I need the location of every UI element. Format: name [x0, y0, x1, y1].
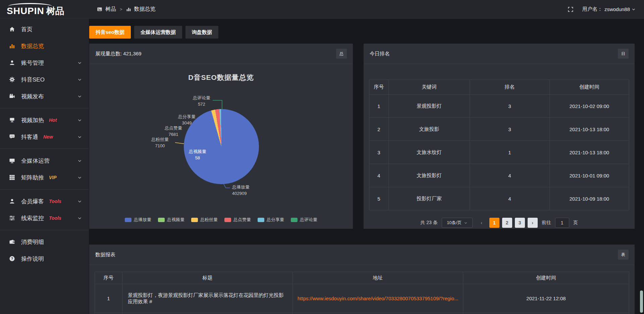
pie-label-likes: 总点赞量7681	[158, 125, 189, 138]
sidebar-item-account[interactable]: 账号管理	[0, 54, 89, 71]
legend-item[interactable]: 总播放量	[125, 217, 151, 223]
table-header-row: 序号关键词 排名创建时间	[369, 80, 629, 95]
total-view-button[interactable]: 总	[336, 49, 347, 59]
tab-media-operation-data[interactable]: 全媒体运营数据	[134, 26, 182, 39]
sidebar-item-label: 视频发布	[21, 93, 44, 100]
breadcrumb-current[interactable]: 数据总览	[134, 6, 156, 13]
app-icon	[97, 7, 102, 12]
sidebar-item-home[interactable]: 首页	[0, 21, 89, 38]
legend-swatch	[125, 218, 131, 222]
video-camera-icon	[9, 93, 16, 99]
tab-inquiry-data[interactable]: 询盘数据	[185, 26, 218, 39]
table-row[interactable]: 1 景观投影灯，夜游景观投影灯厂家展示展示落花灯在花园里的灯光投影应用效果 # …	[95, 284, 629, 313]
seo-chart-panel: 展现量总数: 421,369 总 D音SEO数据量总览 总评论量572 总分享量…	[89, 44, 353, 229]
sidebar-item-label: 账号管理	[21, 59, 44, 67]
table-row[interactable]: 5投影灯厂家 42021-10-09 18:00	[369, 187, 629, 210]
pie-label-plays: 总播放量402909	[232, 184, 269, 197]
breadcrumb-root[interactable]: 树品	[105, 6, 116, 13]
user-name: zswodun88	[604, 6, 630, 12]
legend-item[interactable]: 总分享量	[258, 217, 284, 223]
legend-swatch	[291, 218, 298, 222]
sidebar-item-label: 数据总览	[21, 42, 44, 50]
chevron-down-icon	[78, 119, 82, 122]
user-label: 用户名：	[582, 6, 602, 12]
table-view-button[interactable]: 表	[618, 250, 629, 260]
monitor-icon	[9, 158, 16, 164]
page-button-3[interactable]: 3	[515, 218, 525, 228]
legend-item[interactable]: 总粉丝量	[191, 217, 218, 223]
gear-icon	[9, 76, 16, 83]
sidebar-item-member-baoke[interactable]: 会员爆客 Tools	[0, 193, 89, 210]
sidebar-item-matrix-boost[interactable]: 矩阵助推 VIP	[0, 169, 89, 186]
sidebar-item-lead-monitor[interactable]: 线索监控 Tools	[0, 210, 89, 226]
report-table: 序号标题 地址创建时间 1 景观投影灯，夜游景观投影灯厂家展示展示落花灯在花园里…	[95, 272, 629, 314]
table-row[interactable]: 4文旅投影灯 42021-10-01 09:00	[369, 164, 629, 187]
table-row[interactable]: 1景观投影灯 32021-10-02 09:00	[369, 95, 629, 118]
chevron-down-icon	[78, 200, 82, 203]
sidebar: 首页 数据总览 账号管理 抖音SEO 视频发布 视频加热 Hot 抖客通 New…	[0, 19, 89, 314]
page-size-select[interactable]: 10条/页	[442, 218, 473, 228]
chevron-down-icon	[632, 8, 635, 11]
table-row[interactable]: 3文旅水纹灯 12021-10-13 18:00	[369, 141, 629, 164]
sidebar-item-label: 会员爆客	[21, 198, 44, 205]
badge-tools: Tools	[49, 199, 61, 204]
sidebar-item-consumption[interactable]: 消费明细	[0, 233, 89, 250]
sidebar-item-video-heat[interactable]: 视频加热 Hot	[0, 112, 89, 128]
day-view-button[interactable]: 日	[618, 49, 629, 59]
tab-douyin-seo-data[interactable]: 抖音seo数据	[89, 26, 131, 39]
wallet-icon	[9, 239, 16, 245]
table-row[interactable]: 2文旅投影 32021-10-13 18:00	[369, 118, 629, 141]
prev-page-button[interactable]: ‹	[477, 218, 487, 228]
pie-label-shares: 总分享量3049	[172, 114, 202, 126]
legend-item[interactable]: 总点赞量	[224, 217, 251, 223]
pie-label-fans: 总粉丝量7100	[145, 137, 175, 149]
bar-chart-icon	[9, 43, 16, 49]
table-header-row: 序号标题 地址创建时间	[95, 272, 629, 284]
pie-label-comments: 总评论量572	[188, 95, 215, 108]
sidebar-item-data-overview[interactable]: 数据总览	[0, 38, 89, 54]
page-button-2[interactable]: 2	[502, 218, 512, 228]
svg-text:?: ?	[11, 257, 13, 261]
user-icon	[9, 60, 16, 66]
sidebar-item-label: 抖音SEO	[21, 76, 45, 84]
sidebar-item-instructions[interactable]: ? 操作说明	[0, 250, 89, 267]
sidebar-item-video-publish[interactable]: 视频发布	[0, 88, 89, 105]
pagination-total: 共 23 条	[420, 220, 437, 226]
grid-icon	[9, 174, 16, 180]
page-button-1[interactable]: 1	[489, 218, 499, 228]
data-report-panel: 数据报表 表 序号标题 地址创建时间 1 景观投影灯，夜游景观投影灯厂家展示展示…	[89, 245, 635, 314]
legend-swatch	[258, 218, 264, 222]
legend-item[interactable]: 总视频量	[158, 217, 184, 223]
goto-page-input[interactable]	[555, 218, 569, 228]
impressions-total: 展现量总数: 421,369	[95, 51, 142, 57]
scrollbar-thumb[interactable]	[640, 291, 643, 313]
next-page-button[interactable]: ›	[528, 218, 538, 228]
sidebar-item-label: 操作说明	[21, 255, 44, 263]
sidebar-item-media-operation[interactable]: 全媒体运营	[0, 152, 89, 169]
goto-label: 前往	[542, 220, 551, 226]
breadcrumb: 树品 > 数据总览	[97, 6, 156, 13]
report-url-link[interactable]: https://www.iesdouyin.com/share/video/70…	[293, 284, 463, 313]
sidebar-item-douyin-seo[interactable]: 抖音SEO	[0, 71, 89, 88]
fullscreen-icon[interactable]	[568, 6, 574, 12]
breadcrumb-separator: >	[119, 7, 123, 12]
sidebar-item-label: 消费明细	[21, 238, 44, 246]
question-icon: ?	[9, 256, 16, 262]
sidebar-item-douketong[interactable]: 抖客通 New	[0, 128, 89, 145]
sidebar-divider	[0, 189, 89, 190]
ranking-table: 序号关键词 排名创建时间 1景观投影灯 32021-10-02 09:00 2文…	[369, 80, 629, 210]
chevron-down-icon	[78, 217, 82, 220]
goto-suffix: 页	[573, 220, 578, 226]
report-title-cell: 景观投影灯，夜游景观投影灯厂家展示展示落花灯在花园里的灯光投影应用效果 #	[122, 284, 293, 313]
screen-icon	[9, 117, 16, 123]
chart-legend: 总播放量 总视频量 总粉丝量 总点赞量 总分享量 总评论量	[89, 217, 353, 223]
user-menu[interactable]: 用户名：zswodun88	[582, 6, 635, 12]
legend-item[interactable]: 总评论量	[291, 217, 317, 223]
person-icon	[9, 198, 16, 204]
sidebar-divider	[0, 230, 89, 230]
table-row[interactable]	[95, 313, 629, 314]
app-header: SHUPIN 树品 树品 > 数据总览 用户名：zswodun88	[0, 0, 644, 19]
legend-swatch	[224, 218, 231, 222]
sliders-icon	[9, 215, 16, 221]
sidebar-item-label: 首页	[21, 25, 33, 33]
